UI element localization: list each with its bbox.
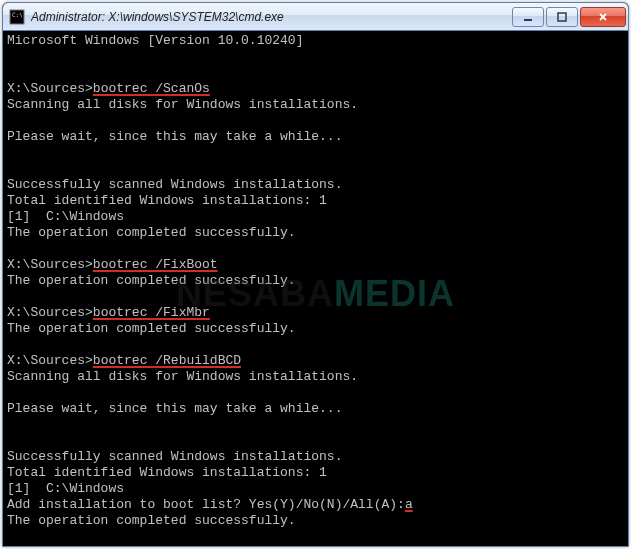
window-title: Administrator: X:\windows\SYSTEM32\cmd.e… bbox=[31, 10, 504, 24]
output-line: Scanning all disks for Windows installat… bbox=[7, 369, 358, 384]
output-line: Scanning all disks for Windows installat… bbox=[7, 97, 358, 112]
output-line: The operation completed successfully. bbox=[7, 273, 296, 288]
output-line: The operation completed successfully. bbox=[7, 225, 296, 240]
command-exit: exit bbox=[93, 545, 124, 546]
prompt: X:\Sources> bbox=[7, 353, 93, 368]
close-button[interactable] bbox=[580, 7, 626, 27]
minimize-button[interactable] bbox=[512, 7, 544, 27]
svg-rect-3 bbox=[558, 13, 566, 21]
command-rebuildbcd: bootrec /RebuildBCD bbox=[93, 353, 241, 368]
prompt: X:\Sources> bbox=[7, 81, 93, 96]
svg-rect-2 bbox=[524, 19, 532, 21]
cmd-window: C:\ Administrator: X:\windows\SYSTEM32\c… bbox=[2, 2, 629, 547]
user-input-a: a bbox=[405, 497, 413, 512]
output-line: [1] C:\Windows bbox=[7, 209, 124, 224]
command-scanos: bootrec /ScanOs bbox=[93, 81, 210, 96]
prompt: X:\Sources> bbox=[7, 545, 93, 546]
output-line: Please wait, since this may take a while… bbox=[7, 129, 342, 144]
output-line: Microsoft Windows [Version 10.0.10240] bbox=[7, 33, 303, 48]
output-line: The operation completed successfully. bbox=[7, 513, 296, 528]
window-buttons bbox=[510, 7, 626, 27]
output-line: Please wait, since this may take a while… bbox=[7, 401, 342, 416]
console-output[interactable]: Microsoft Windows [Version 10.0.10240] X… bbox=[3, 31, 628, 546]
command-fixmbr: bootrec /FixMbr bbox=[93, 305, 210, 320]
cmd-icon: C:\ bbox=[9, 9, 25, 25]
output-line: Total identified Windows installations: … bbox=[7, 465, 327, 480]
prompt: X:\Sources> bbox=[7, 305, 93, 320]
prompt: X:\Sources> bbox=[7, 257, 93, 272]
output-line: Add installation to boot list? Yes(Y)/No… bbox=[7, 497, 405, 512]
output-line: Successfully scanned Windows installatio… bbox=[7, 177, 342, 192]
titlebar[interactable]: C:\ Administrator: X:\windows\SYSTEM32\c… bbox=[3, 3, 628, 31]
output-line: Successfully scanned Windows installatio… bbox=[7, 449, 342, 464]
output-line: Total identified Windows installations: … bbox=[7, 193, 327, 208]
command-fixboot: bootrec /FixBoot bbox=[93, 257, 218, 272]
svg-text:C:\: C:\ bbox=[12, 11, 23, 18]
output-line: The operation completed successfully. bbox=[7, 321, 296, 336]
output-line: [1] C:\Windows bbox=[7, 481, 124, 496]
maximize-button[interactable] bbox=[546, 7, 578, 27]
